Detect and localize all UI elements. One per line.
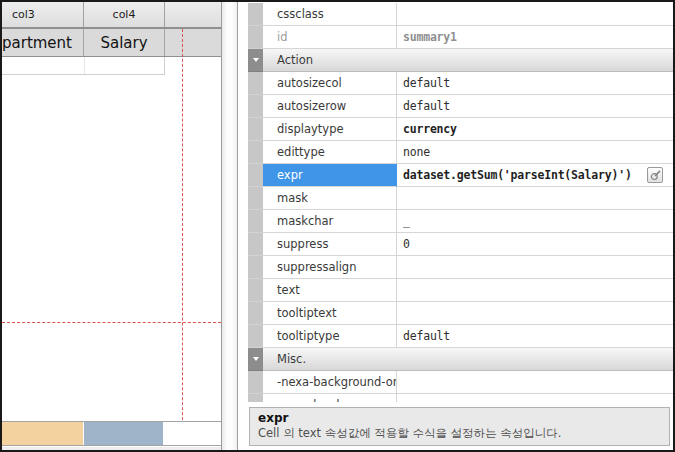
row-gutter [248,141,263,164]
property-value[interactable]: default [397,72,673,95]
property-value-text: 0 [403,237,410,251]
panel-splitter[interactable] [222,2,238,450]
property-value[interactable]: 0 [397,233,673,256]
property-row-tooltiptype[interactable]: tooltiptypedefault [248,325,673,348]
grid-column-header-col3[interactable]: col3 [2,2,84,27]
property-value[interactable]: none [397,141,673,164]
property-value[interactable] [397,256,673,279]
property-value[interactable] [397,302,673,325]
row-gutter [248,187,263,210]
grid-cell-salary[interactable]: Salary [84,29,165,56]
grid-empty-body-row[interactable] [2,57,165,75]
property-name[interactable]: displaytype [263,118,397,141]
grid-header-row: col3 col4 [2,2,221,28]
property-rows: cssclassidsummary1Actionautosizecoldefau… [248,2,673,402]
grid-column-header-col4[interactable]: col4 [84,2,165,27]
property-row-tooltiptext[interactable]: tooltiptext [248,302,673,325]
property-name[interactable]: tooltiptype [263,325,397,348]
property-name[interactable]: cssclass [263,3,397,26]
property-value[interactable] [397,371,673,394]
row-gutter [248,302,263,325]
property-name[interactable]: suppress [263,233,397,256]
summary-cell-orange[interactable] [2,422,84,445]
description-title: expr [258,411,661,426]
property-name[interactable]: -nexa-background-ori [263,371,397,394]
collapse-arrow-icon[interactable] [253,58,259,62]
property-value[interactable] [397,279,673,302]
property-name[interactable]: text [263,279,397,302]
section-gutter[interactable] [248,348,263,371]
property-row-text[interactable]: text [248,279,673,302]
property-value-text: dataset.getSum('parseInt(Salary)') [403,168,632,182]
property-name[interactable]: id [263,26,397,49]
row-gutter [248,72,263,95]
row-gutter [248,325,263,348]
row-gutter [248,371,263,394]
property-row-maskchar[interactable]: maskchar_ [248,210,673,233]
property-row-autosizerow[interactable]: autosizerowdefault [248,95,673,118]
section-label: Action [263,49,673,72]
property-row-mask[interactable]: mask [248,187,673,210]
property-name[interactable]: -nexa-border [263,394,397,402]
property-row-expr[interactable]: exprdataset.getSum('parseInt(Salary)') [248,164,673,187]
nexacro-studio-window: col3 col4 partment Salary cssclassidsumm… [0,0,675,452]
property-row-autosizecol[interactable]: autosizecoldefault [248,72,673,95]
row-gutter [248,118,263,141]
row-gutter [248,394,263,402]
property-name[interactable]: autosizecol [263,72,397,95]
property-name[interactable]: maskchar [263,210,397,233]
property-row-suppressalign[interactable]: suppressalign [248,256,673,279]
property-value[interactable] [397,3,673,26]
property-value-text: default [403,99,450,113]
expression-editor-button[interactable] [647,167,663,183]
property-description: expr Cell 의 text 속성값에 적용할 수식을 설정하는 속성입니다… [249,407,670,446]
property-value[interactable]: dataset.getSum('parseInt(Salary)') [397,164,673,187]
property-row-suppress[interactable]: suppress0 [248,233,673,256]
row-gutter [248,210,263,233]
horizontal-guide-line [2,322,221,323]
property-row-cssclass[interactable]: cssclass [248,3,673,26]
grid-cell-department[interactable]: partment [2,29,84,56]
property-name[interactable]: tooltiptext [263,302,397,325]
section-header-misc[interactable]: Misc. [248,348,673,371]
property-name[interactable]: autosizerow [263,95,397,118]
property-value-text: _ [403,214,410,228]
cell-divider [84,57,85,74]
grid-bottom-strip [2,447,221,450]
property-name[interactable]: edittype [263,141,397,164]
property-row-id[interactable]: idsummary1 [248,26,673,49]
grid-column-header-extra[interactable] [165,2,221,27]
property-value[interactable]: _ [397,210,673,233]
row-gutter [248,279,263,302]
property-value[interactable] [397,394,673,402]
collapse-arrow-icon[interactable] [253,357,259,361]
property-value[interactable]: default [397,95,673,118]
property-value-text: default [403,329,450,343]
property-name[interactable]: suppressalign [263,256,397,279]
property-value-text: currency [403,122,457,136]
row-gutter [248,233,263,256]
property-row-nexa-border[interactable]: -nexa-border [248,394,673,402]
property-value[interactable] [397,187,673,210]
section-gutter[interactable] [248,49,263,72]
grid-cell-extra[interactable] [165,29,221,56]
summary-cell-blue[interactable] [84,422,164,445]
property-name[interactable]: mask [263,187,397,210]
description-text: Cell 의 text 속성값에 적용할 수식을 설정하는 속성입니다. [258,426,661,441]
section-header-action[interactable]: Action [248,49,673,72]
grid-summary-row [2,421,221,446]
property-value[interactable]: summary1 [397,26,673,49]
property-row-edittype[interactable]: edittypenone [248,141,673,164]
section-label: Misc. [263,348,673,371]
property-value[interactable]: default [397,325,673,348]
property-value[interactable]: currency [397,118,673,141]
property-row-nexa-background-ori[interactable]: -nexa-background-ori [248,371,673,394]
row-gutter [248,164,263,187]
grid-band-header-row: partment Salary [2,28,221,57]
property-name[interactable]: expr [263,164,397,187]
row-gutter [248,256,263,279]
properties-panel: cssclassidsummary1Actionautosizecoldefau… [248,2,673,450]
property-value-text: none [403,145,430,159]
property-value-text: summary1 [403,30,457,44]
property-row-displaytype[interactable]: displaytypecurrency [248,118,673,141]
